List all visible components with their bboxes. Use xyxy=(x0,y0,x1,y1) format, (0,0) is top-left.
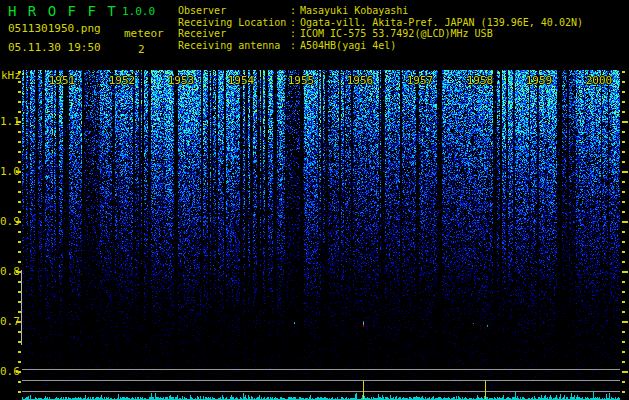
station-label: Receiving antenna xyxy=(178,40,290,52)
freq-tick xyxy=(622,161,625,163)
freq-tick xyxy=(16,221,21,223)
freq-tick xyxy=(18,111,21,113)
hrofft-output-image: H R O F F T 1.0.0 0511301950.png meteor … xyxy=(0,0,629,400)
colon: : xyxy=(290,5,300,17)
freq-tick xyxy=(18,71,21,73)
minute-label: 1956 xyxy=(347,74,374,87)
station-value: ICOM IC-575 53.7492(@LCD)MHz USB xyxy=(300,28,493,39)
freq-tick xyxy=(18,131,21,133)
freq-tick xyxy=(622,101,625,103)
freq-tick xyxy=(622,211,625,213)
minute-label: 1953 xyxy=(168,74,195,87)
freq-tick xyxy=(622,91,625,93)
freq-tick xyxy=(18,251,21,253)
freq-tick xyxy=(18,211,21,213)
freq-tick xyxy=(622,271,628,273)
spectrogram-canvas xyxy=(22,70,620,400)
minute-label: 1951 xyxy=(49,74,76,87)
station-row-antenna: Receiving antenna:A504HB(yagi 4el) xyxy=(178,40,583,52)
station-info: Observer:Masayuki Kobayashi Receiving Lo… xyxy=(178,5,583,51)
freq-tick xyxy=(18,91,21,93)
minute-label: 1959 xyxy=(526,74,553,87)
freq-label: 0.7 xyxy=(0,316,16,328)
station-label: Observer xyxy=(178,5,290,17)
meteor-count: 2 xyxy=(138,43,145,56)
freq-tick xyxy=(16,121,21,123)
freq-tick xyxy=(18,101,21,103)
freq-tick xyxy=(622,341,625,343)
freq-tick xyxy=(622,331,625,333)
freq-tick xyxy=(622,201,625,203)
freq-tick xyxy=(16,371,21,373)
freq-tick xyxy=(18,231,21,233)
freq-tick xyxy=(622,151,625,153)
freq-tick xyxy=(18,151,21,153)
freq-tick xyxy=(18,81,21,83)
colon: : xyxy=(290,28,300,40)
freq-tick xyxy=(622,371,628,373)
minute-label: 1954 xyxy=(228,74,255,87)
app-version: 1.0.0 xyxy=(122,5,155,18)
freq-tick xyxy=(622,381,625,383)
freq-tick xyxy=(18,191,21,193)
station-label: Receiver xyxy=(178,28,290,40)
station-label: Receiving Location xyxy=(178,17,290,29)
freq-label: 0.8 xyxy=(0,266,16,278)
minute-label: 1957 xyxy=(407,74,434,87)
freq-tick xyxy=(622,351,625,353)
freq-label: 1.1 xyxy=(0,116,16,128)
freq-tick xyxy=(18,351,21,353)
freq-label: 0.6 xyxy=(0,366,16,378)
station-value: Masayuki Kobayashi xyxy=(300,5,408,16)
station-value: Ogata-vill. Akita-Pref. JAPAN (139.96E, … xyxy=(300,17,583,28)
freq-tick xyxy=(18,241,21,243)
freq-tick xyxy=(18,201,21,203)
echo-search-range-indicator xyxy=(21,270,22,345)
freq-tick xyxy=(622,141,625,143)
station-value: A504HB(yagi 4el) xyxy=(300,40,396,51)
freq-tick xyxy=(622,241,625,243)
freq-tick xyxy=(622,131,625,133)
freq-tick xyxy=(622,191,625,193)
freq-tick xyxy=(622,291,625,293)
station-row-location: Receiving Location:Ogata-vill. Akita-Pre… xyxy=(178,17,583,29)
minute-label: 1955 xyxy=(288,74,315,87)
freq-tick xyxy=(18,361,21,363)
freq-tick xyxy=(622,391,625,393)
station-row-observer: Observer:Masayuki Kobayashi xyxy=(178,5,583,17)
freq-tick xyxy=(622,231,625,233)
freq-tick xyxy=(622,121,628,123)
freq-tick xyxy=(622,321,628,323)
freq-tick xyxy=(18,391,21,393)
freq-tick xyxy=(622,361,625,363)
minute-label: 2000 xyxy=(586,74,613,87)
station-row-receiver: Receiver:ICOM IC-575 53.7492(@LCD)MHz US… xyxy=(178,28,583,40)
freq-tick xyxy=(18,261,21,263)
minute-label: 1952 xyxy=(109,74,136,87)
freq-tick xyxy=(622,261,625,263)
freq-tick xyxy=(18,161,21,163)
freq-tick xyxy=(18,141,21,143)
output-filename: 0511301950.png xyxy=(8,22,101,35)
freq-tick xyxy=(622,311,625,313)
freq-tick xyxy=(622,221,628,223)
freq-tick xyxy=(622,71,625,73)
colon: : xyxy=(290,40,300,52)
freq-tick xyxy=(18,181,21,183)
freq-tick xyxy=(16,171,21,173)
minute-label: 1958 xyxy=(467,74,494,87)
freq-tick xyxy=(622,81,625,83)
colon: : xyxy=(290,17,300,29)
freq-tick xyxy=(622,171,628,173)
app-title: H R O F F T xyxy=(8,3,117,19)
freq-tick xyxy=(622,281,625,283)
mode-label: meteor xyxy=(124,27,164,40)
freq-tick xyxy=(622,181,625,183)
freq-tick xyxy=(622,251,625,253)
freq-label: 1.0 xyxy=(0,166,16,178)
observation-datetime: 05.11.30 19:50 xyxy=(8,41,101,54)
freq-label: 0.9 xyxy=(0,216,16,228)
freq-tick xyxy=(622,111,625,113)
freq-tick xyxy=(18,381,21,383)
freq-tick xyxy=(622,301,625,303)
